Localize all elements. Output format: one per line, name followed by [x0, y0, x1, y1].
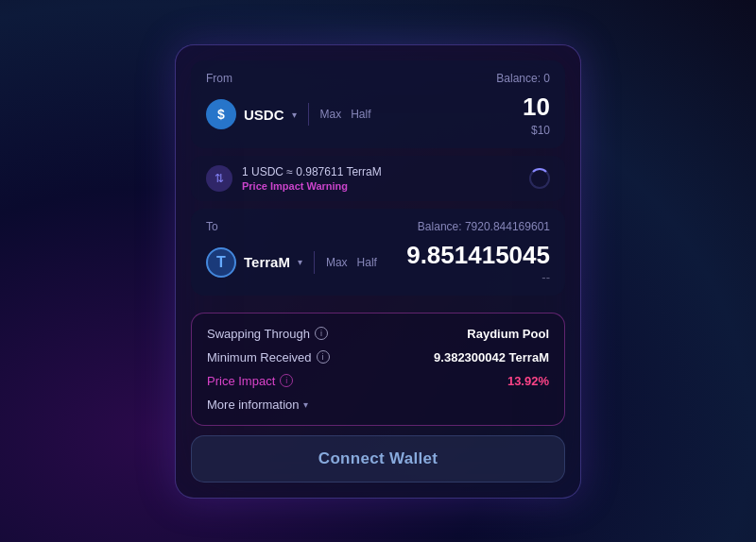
to-header: To Balance: 7920.844169601 — [206, 220, 550, 233]
to-divider — [314, 251, 315, 274]
to-label: To — [206, 220, 218, 233]
minimum-received-value: 9.382300042 TerraM — [434, 350, 549, 364]
usdc-icon: $ — [206, 99, 236, 129]
more-info-expandable[interactable]: More information ▾ — [207, 398, 308, 412]
from-token-name: USDC — [244, 107, 284, 123]
from-token-box: From Balance: 0 $ USDC ▾ Max Half 10 — [191, 60, 565, 148]
swap-info-left: ⇅ 1 USDC ≈ 0.987611 TerraM Price Impact … — [206, 165, 382, 192]
swap-rate-text: 1 USDC ≈ 0.987611 TerraM — [242, 165, 382, 178]
swapping-through-label: Swapping Through i — [207, 327, 328, 341]
to-amount-dash: -- — [541, 270, 550, 284]
connect-wallet-button[interactable]: Connect Wallet — [191, 435, 565, 483]
minimum-received-label: Minimum Received i — [207, 350, 330, 364]
to-amount-value: 9.851415045 — [406, 241, 550, 270]
swapping-through-value: Raydium Pool — [467, 327, 549, 341]
to-token-box: To Balance: 7920.844169601 T TerraM ▾ Ma… — [191, 209, 565, 296]
to-token-row: T TerraM ▾ Max Half 9.851415045 -- — [206, 241, 550, 284]
price-impact-row: Price Impact i 13.92% — [207, 374, 549, 388]
from-half-button[interactable]: Half — [351, 108, 370, 121]
from-amount-value[interactable]: 10 — [523, 93, 550, 122]
from-quick-btns: Max Half — [320, 108, 371, 121]
from-token-selector[interactable]: $ USDC ▾ — [206, 99, 297, 129]
from-balance: Balance: 0 — [496, 72, 550, 85]
from-amount-section: 10 $10 — [523, 93, 550, 137]
to-quick-btns: Max Half — [326, 256, 377, 269]
price-impact-label: Price Impact i — [207, 374, 293, 388]
more-info-text: More information — [207, 398, 300, 412]
to-token-selector[interactable]: T TerraM ▾ — [206, 247, 302, 278]
swap-arrows-symbol: ⇅ — [215, 172, 224, 185]
from-amount-usd: $10 — [531, 124, 550, 137]
price-impact-value: 13.92% — [507, 374, 549, 388]
from-header: From Balance: 0 — [206, 72, 550, 85]
to-balance: Balance: 7920.844169601 — [418, 220, 550, 233]
swap-info-bar: ⇅ 1 USDC ≈ 0.987611 TerraM Price Impact … — [191, 156, 565, 201]
spacer — [191, 303, 565, 313]
details-panel: Swapping Through i Raydium Pool Minimum … — [191, 313, 565, 426]
to-half-button[interactable]: Half — [357, 256, 377, 269]
terram-icon: T — [206, 247, 236, 278]
to-max-button[interactable]: Max — [326, 256, 348, 269]
to-amount-section: 9.851415045 -- — [406, 241, 550, 284]
more-info-row[interactable]: More information ▾ — [207, 398, 549, 412]
swap-card: From Balance: 0 $ USDC ▾ Max Half 10 — [175, 44, 581, 499]
to-token-name: TerraM — [244, 254, 290, 270]
swapping-through-info-icon[interactable]: i — [315, 327, 328, 340]
swap-arrows-icon[interactable]: ⇅ — [206, 165, 232, 192]
minimum-received-info-icon[interactable]: i — [317, 350, 330, 364]
from-token-row: $ USDC ▾ Max Half 10 $10 — [206, 93, 550, 137]
from-max-button[interactable]: Max — [320, 108, 342, 121]
loading-spinner-icon — [529, 168, 550, 189]
swap-info-text: 1 USDC ≈ 0.987611 TerraM Price Impact Wa… — [242, 165, 382, 192]
minimum-received-row: Minimum Received i 9.382300042 TerraM — [207, 350, 549, 364]
price-impact-warning-text: Price Impact Warning — [242, 180, 382, 192]
to-token-chevron-icon: ▾ — [298, 257, 302, 267]
more-info-chevron-icon: ▾ — [303, 399, 308, 410]
from-token-chevron-icon: ▾ — [292, 110, 297, 120]
price-impact-info-icon[interactable]: i — [280, 374, 293, 387]
from-label: From — [206, 72, 232, 85]
from-divider — [308, 103, 309, 126]
swapping-through-row: Swapping Through i Raydium Pool — [207, 327, 549, 341]
